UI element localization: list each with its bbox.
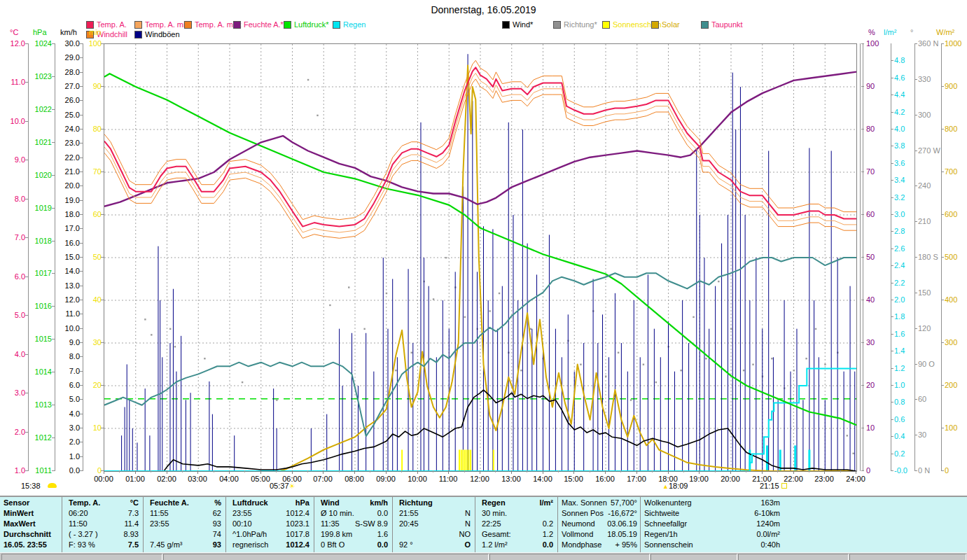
- series-richtung-dot: [433, 298, 434, 300]
- axis-tick-label-rain: 2.8: [894, 227, 905, 235]
- table-cell-value: N: [396, 519, 471, 530]
- x-axis-minor-tick: [339, 470, 340, 472]
- table-cell-value: 0.0: [318, 509, 388, 519]
- axis-tick-label-humidity: 60: [866, 210, 875, 218]
- x-axis-minor-tick: [527, 470, 527, 472]
- x-axis-minor-tick: [401, 470, 402, 472]
- axis-tick-label-rain: 3.8: [894, 141, 905, 150]
- axis-tick-label-direction: 30: [918, 430, 926, 439]
- legend-swatch-wind-: [502, 21, 510, 29]
- series-richtung-dot: [386, 293, 387, 294]
- axis-tick-label-pressure: 1021: [35, 138, 52, 146]
- axis-tick-wind: [80, 356, 83, 357]
- table-cell-value: 1023.1: [230, 519, 309, 530]
- axis-tick-label-pressure: 1018: [35, 237, 52, 245]
- table-column-separator: [143, 497, 144, 552]
- series-richtung-dot: [705, 358, 707, 359]
- table-cell-value: 03.06.19: [560, 519, 637, 530]
- legend-item-label: Feuchte A.*: [244, 20, 284, 29]
- axis-tick-pressure: [52, 76, 55, 77]
- axis-tick-direction: [914, 221, 917, 222]
- x-axis-tick: [386, 470, 387, 474]
- axis-tick-label-wind: 5.0: [69, 395, 80, 403]
- axis-tick-label-wind: 8.0: [69, 352, 80, 360]
- table-column-separator: [475, 497, 475, 552]
- series-richtung-dot: [174, 346, 176, 347]
- axis-tick-label-pressure: 1024: [35, 39, 52, 48]
- x-axis-tick: [762, 470, 763, 474]
- axis-tick-wind: [80, 385, 83, 386]
- axis-tick-label-wind: 4.0: [69, 410, 80, 418]
- x-axis-label: 19:00: [685, 475, 713, 483]
- axis-tick-wind: [80, 328, 83, 329]
- legend-swatch-luftdruck-: [284, 21, 291, 29]
- axis-tick-label-wind: 12.0: [65, 295, 80, 304]
- legend-item-label: Regen: [343, 20, 366, 29]
- x-axis-minor-tick: [119, 470, 120, 472]
- x-axis-tick: [573, 470, 574, 474]
- series-richtung-dot: [643, 364, 644, 365]
- axis-tick-rain: [891, 385, 893, 386]
- page-title: Donnerstag, 16.05.2019: [0, 4, 967, 15]
- table-cell-value: 8.93: [66, 530, 139, 540]
- axis-tick-humidity: [861, 86, 864, 87]
- series-richtung-dot: [824, 364, 826, 365]
- axis-tick-label-wind: 0.0: [69, 466, 80, 475]
- x-axis-label: 23:00: [810, 475, 838, 483]
- axis-tick-direction: [914, 328, 917, 329]
- axis-tick-wind: [80, 442, 83, 442]
- axis-tick-temp: [25, 393, 28, 393]
- axis-tick-wind: [80, 129, 83, 130]
- axis-tick-label-temp: 5.0: [15, 311, 25, 319]
- x-axis-label: 15:00: [559, 475, 587, 483]
- x-axis-minor-tick: [558, 470, 559, 472]
- axis-tick-sunshine: [101, 129, 104, 130]
- axis-tick-label-wind: 13.0: [65, 281, 80, 290]
- sun-cloud-icon: [48, 483, 57, 488]
- status-bar: [0, 552, 967, 560]
- sunrise-icon: ☀: [289, 482, 295, 490]
- table-cell-value: 1.2: [479, 530, 553, 540]
- axis-tick-label-rain: 2.2: [894, 279, 905, 287]
- series-richtung-dot: [730, 328, 732, 330]
- axis-tick-label-pressure: 1019: [35, 204, 52, 212]
- table-col-unit: [396, 498, 471, 509]
- axis-tick-label-wind: 17.0: [65, 224, 80, 232]
- table-cell-value: 1012.4: [230, 540, 309, 551]
- table-row-label: 16.05. 23:55: [4, 540, 60, 551]
- axis-tick-wind: [80, 243, 83, 244]
- series-richtung-dot: [793, 370, 795, 371]
- stats-table: SensorMinWertMaxWertDurchschnitt16.05. 2…: [0, 496, 967, 554]
- series-richtung-dot: [853, 453, 854, 454]
- axis-line-humidity: [860, 43, 861, 471]
- axis-tick-wind: [80, 72, 83, 73]
- axis-tick-temp: [25, 160, 28, 160]
- axis-tick-label-wind: 22.0: [65, 153, 80, 162]
- axis-tick-rain: [891, 197, 893, 198]
- x-axis-minor-tick: [182, 470, 183, 472]
- axis-tick-temp: [25, 121, 28, 122]
- axis-tick-direction: [914, 399, 917, 400]
- x-axis-minor-tick: [307, 470, 308, 472]
- x-axis-label: 13:00: [497, 475, 525, 483]
- axis-tick-label-solar: 100: [945, 424, 957, 432]
- x-axis-tick: [135, 470, 136, 474]
- axis-tick-direction: [914, 43, 917, 44]
- axis-tick-label-direction: 330: [918, 75, 931, 83]
- axis-tick-label-humidity: 70: [866, 167, 875, 176]
- axis-tick-label-wind: 6.0: [69, 381, 80, 389]
- axis-tick-wind: [80, 172, 83, 172]
- table-column-separator: [392, 497, 393, 552]
- x-axis-tick: [197, 470, 198, 474]
- x-axis-minor-tick: [370, 470, 370, 472]
- axis-header-solar: W/m²: [936, 28, 954, 36]
- x-axis-label: 08:00: [340, 475, 368, 483]
- axis-tick-label-temp: 8.0: [15, 195, 25, 203]
- axis-tick-humidity: [861, 129, 864, 130]
- axis-tick-label-wind: 11.0: [65, 309, 80, 318]
- legend-swatch-temp-a-min: [134, 21, 142, 29]
- x-axis-tick: [229, 470, 230, 474]
- x-axis-tick: [104, 470, 104, 474]
- x-axis-minor-tick: [433, 470, 433, 472]
- axis-tick-humidity: [861, 385, 864, 386]
